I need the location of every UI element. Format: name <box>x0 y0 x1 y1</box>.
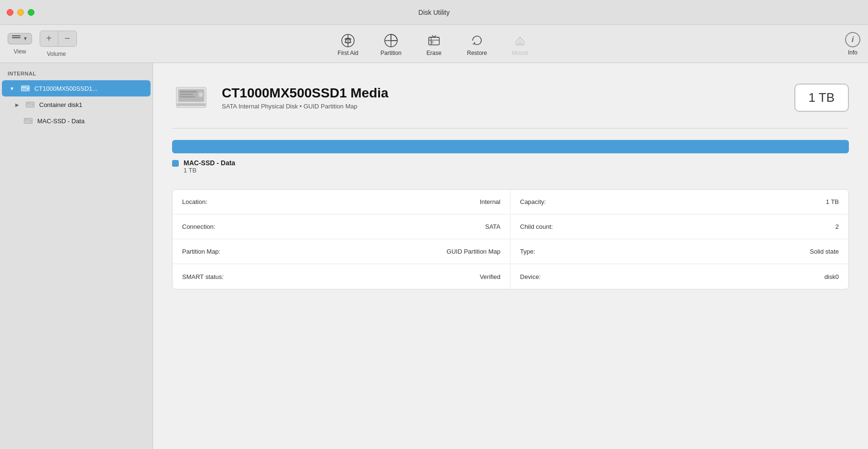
chevron-closed-icon: ▶ <box>15 102 19 107</box>
device-value: disk0 <box>825 273 839 280</box>
device-label: Device: <box>520 273 541 280</box>
partition-section: MAC-SSD - Data 1 TB <box>172 140 849 174</box>
erase-label: Erase <box>426 50 441 56</box>
remove-volume-button[interactable]: − <box>58 31 76 46</box>
first-aid-button[interactable]: First Aid <box>326 27 369 61</box>
child-count-label: Child count: <box>520 223 553 230</box>
mount-label: Mount <box>512 50 528 56</box>
svg-rect-19 <box>27 103 31 104</box>
svg-rect-30 <box>180 94 193 95</box>
sidebar-item-ct1000mx500ssd1[interactable]: ▼ CT1000MX500SSD1... <box>2 80 151 96</box>
restore-button[interactable]: Restore <box>456 27 499 61</box>
info-col-right: Capacity: 1 TB Child count: 2 Type: Soli… <box>510 190 848 289</box>
disk-name: CT1000MX500SSD1 Media <box>222 85 783 101</box>
mount-icon <box>513 33 527 48</box>
add-volume-button[interactable]: + <box>40 31 58 46</box>
toolbar-center: First Aid Partition Erase <box>326 27 542 61</box>
location-label: Location: <box>182 198 207 205</box>
capacity-value: 1 TB <box>826 198 839 205</box>
info-row-capacity: Capacity: 1 TB <box>510 190 848 214</box>
toolbar-left: ▼ View + − Volume <box>8 31 77 57</box>
info-table: Location: Internal Connection: SATA Part… <box>173 190 848 289</box>
title-bar: Disk Utility <box>0 0 868 25</box>
svg-rect-23 <box>25 119 29 120</box>
view-icon <box>12 35 21 42</box>
info-row-connection: Connection: SATA <box>173 214 510 239</box>
detail-pane: CT1000MX500SSD1 Media SATA Internal Phys… <box>153 63 868 449</box>
view-toggle-button[interactable]: ▼ <box>8 33 32 44</box>
main: Internal ▼ CT1000MX500SSD1... ▶ <box>0 63 868 449</box>
connection-label: Connection: <box>182 223 215 230</box>
minimize-button[interactable] <box>17 9 24 16</box>
smart-status-label: SMART status: <box>182 273 224 280</box>
window-title: Disk Utility <box>418 9 449 16</box>
info-row-partition-map: Partition Map: GUID Partition Map <box>173 239 510 264</box>
partition-map-label: Partition Map: <box>182 248 220 255</box>
info-row-location: Location: Internal <box>173 190 510 214</box>
partition-map-value: GUID Partition Map <box>446 248 500 255</box>
svg-point-24 <box>30 120 32 122</box>
info-label: Info <box>848 49 857 56</box>
disk-icon-large <box>172 78 210 117</box>
toolbar-right: i Info <box>845 27 860 61</box>
toolbar: ▼ View + − Volume First Aid <box>0 25 868 63</box>
restore-icon <box>470 33 484 48</box>
info-row-child-count: Child count: 2 <box>510 214 848 239</box>
volume-buttons: + − <box>40 31 77 47</box>
erase-icon <box>427 33 441 48</box>
child-count-value: 2 <box>835 223 839 230</box>
sidebar-item-label-mac-ssd: MAC-SSD - Data <box>37 118 85 125</box>
info-icon: i <box>852 35 854 44</box>
sidebar-item-container-disk1[interactable]: ▶ Container disk1 <box>2 96 151 113</box>
partition-dot <box>172 160 179 167</box>
info-button[interactable]: i <box>845 32 860 47</box>
type-label: Type: <box>520 248 535 255</box>
disk-subtitle: SATA Internal Physical Disk • GUID Parti… <box>222 103 783 110</box>
info-row-device: Device: disk0 <box>510 264 848 289</box>
partition-bar <box>172 140 849 153</box>
info-row-smart-status: SMART status: Verified <box>173 264 510 289</box>
sidebar-item-label-ct1000: CT1000MX500SSD1... <box>34 85 98 92</box>
capacity-label: Capacity: <box>520 198 546 205</box>
erase-button[interactable]: Erase <box>412 27 456 61</box>
sidebar-item-mac-ssd-data[interactable]: MAC-SSD - Data <box>2 113 151 129</box>
sidebar-section-internal: Internal <box>0 69 152 80</box>
disk-info: CT1000MX500SSD1 Media SATA Internal Phys… <box>222 85 783 110</box>
sidebar: Internal ▼ CT1000MX500SSD1... ▶ <box>0 63 153 449</box>
info-row-type: Type: Solid state <box>510 239 848 264</box>
disk-header: CT1000MX500SSD1 Media SATA Internal Phys… <box>172 78 849 128</box>
svg-point-33 <box>199 93 202 96</box>
partition-button[interactable]: Partition <box>369 27 412 61</box>
volume-label: Volume <box>47 51 66 57</box>
partition-name: MAC-SSD - Data <box>184 159 235 167</box>
partition-label: Partition <box>380 50 401 56</box>
close-button[interactable] <box>7 9 13 16</box>
svg-point-20 <box>32 104 33 106</box>
smart-status-value: Verified <box>480 273 500 280</box>
chevron-down-icon: ▼ <box>23 36 28 41</box>
type-value: Solid state <box>810 248 839 255</box>
view-label: View <box>14 48 26 55</box>
partition-size: 1 TB <box>184 167 235 174</box>
mount-button[interactable]: Mount <box>499 27 542 61</box>
partition-icon <box>384 33 398 48</box>
container-disk-icon <box>25 99 35 110</box>
connection-value: SATA <box>485 223 500 230</box>
first-aid-icon <box>341 33 355 48</box>
svg-rect-7 <box>429 37 439 45</box>
svg-rect-34 <box>177 103 206 106</box>
traffic-lights <box>7 9 34 16</box>
disk-size-badge: 1 TB <box>794 84 849 112</box>
sidebar-item-label-container: Container disk1 <box>39 101 82 108</box>
info-table-wrapper: Location: Internal Connection: SATA Part… <box>172 189 849 289</box>
info-col-left: Location: Internal Connection: SATA Part… <box>173 190 510 289</box>
svg-point-16 <box>27 87 29 89</box>
svg-rect-15 <box>22 87 26 88</box>
mac-ssd-icon <box>23 116 33 126</box>
svg-rect-31 <box>180 96 195 97</box>
maximize-button[interactable] <box>28 9 34 16</box>
partition-legend: MAC-SSD - Data 1 TB <box>172 159 849 174</box>
chevron-open-icon: ▼ <box>10 86 14 91</box>
svg-rect-29 <box>180 91 197 93</box>
location-value: Internal <box>480 198 500 205</box>
